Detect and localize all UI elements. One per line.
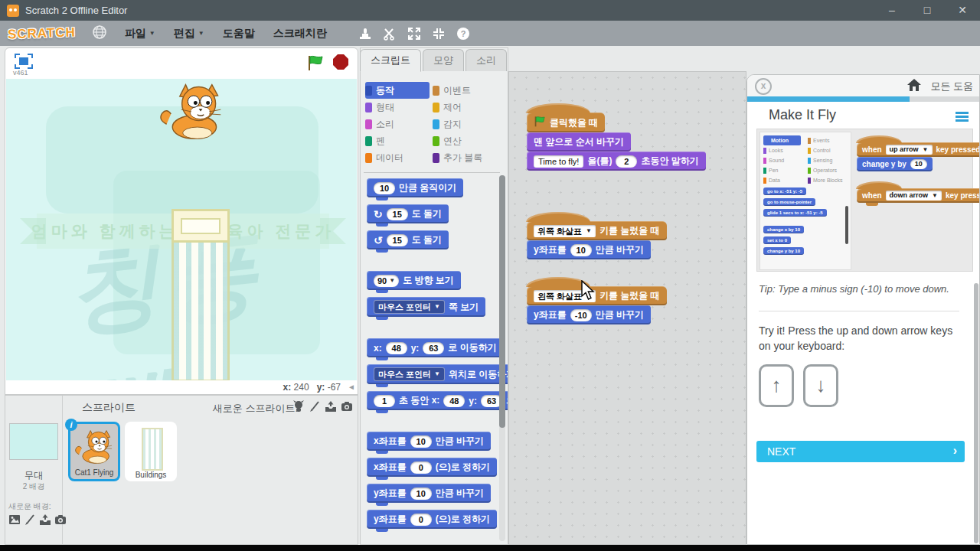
category-연산[interactable]: 연산 [433, 132, 505, 149]
number-input[interactable]: 15 [387, 208, 408, 220]
all-tips-label[interactable]: 모든 도움 [930, 80, 973, 93]
collapse-arrow-icon[interactable]: ◄ [348, 383, 355, 391]
number-input[interactable]: 48 [443, 395, 465, 407]
close-button[interactable]: ✕ [945, 0, 980, 21]
hamburger-menu-icon[interactable] [956, 112, 969, 123]
stack-block[interactable]: y좌표를10만큼 바꾸기 [367, 484, 491, 503]
number-input[interactable]: 10 [410, 487, 432, 500]
stack-block[interactable]: 90▼도 방향 보기 [367, 271, 461, 290]
menu-도움말[interactable]: 도움말 [223, 27, 255, 41]
number-input[interactable]: 10 [570, 244, 592, 256]
scratch-logo[interactable]: SCRATCH [8, 24, 77, 42]
category-제어[interactable]: 제어 [433, 99, 505, 116]
camera-icon[interactable] [341, 400, 353, 416]
number-input[interactable]: 1 [374, 395, 395, 407]
script-stack[interactable]: 왼쪽 화살표▼키를 눌렀을 때y좌표를-10만큼 바꾸기 [527, 277, 667, 324]
buildings-sprite-on-stage[interactable] [172, 209, 230, 380]
number-input[interactable]: 63 [423, 342, 444, 354]
category-동작[interactable]: 동작 [365, 82, 430, 99]
number-input[interactable]: 15 [387, 234, 408, 246]
category-감지[interactable]: 감지 [433, 116, 505, 132]
stack-block[interactable]: 1초 동안 x:48y:63으로 움직이기 [367, 391, 508, 410]
stack-block[interactable]: Time to fly!을(를)2초동안 말하기 [527, 152, 706, 171]
brush-icon[interactable] [24, 514, 36, 529]
stage-selector[interactable]: 무대 2 배경 새로운 배경: [5, 396, 63, 544]
number-input[interactable]: 0 [410, 461, 432, 474]
maximize-button[interactable]: □ [910, 0, 945, 21]
menu-편집[interactable]: 편집 ▼ [174, 27, 204, 41]
number-input[interactable]: 10 [410, 435, 432, 448]
stack-block[interactable]: 마우스 포인터▼위치로 이동하기 [367, 364, 508, 384]
hat-block[interactable]: 클릭했을 때 [527, 112, 605, 132]
category-형태[interactable]: 형태 [365, 99, 433, 116]
dropdown[interactable]: 마우스 포인터▼ [374, 300, 445, 314]
dropdown[interactable]: 위쪽 화살표▼ [534, 225, 596, 237]
cat-sprite-on-stage[interactable] [156, 79, 230, 148]
stack-block[interactable]: x좌표를0(으)로 정하기 [367, 458, 497, 477]
hat-block[interactable]: 위쪽 화살표▼키를 눌렀을 때 [527, 221, 667, 240]
stop-icon[interactable] [333, 54, 348, 70]
stack-block[interactable]: ↻15도 돌기 [367, 204, 449, 223]
category-이벤트[interactable]: 이벤트 [433, 82, 505, 99]
category-추가 블록[interactable]: 추가 블록 [433, 149, 505, 166]
number-input[interactable]: -10 [570, 309, 592, 321]
stamp-icon[interactable] [358, 27, 372, 41]
stack-block[interactable]: x:48y:63로 이동하기 [367, 338, 504, 357]
sprite-tile-buildings[interactable]: Buildings [125, 422, 177, 481]
stack-block[interactable]: y좌표를0(으)로 정하기 [367, 510, 497, 529]
category-펜[interactable]: 펜 [365, 132, 433, 149]
number-dropdown[interactable]: 90▼ [374, 275, 399, 287]
number-input[interactable]: 10 [374, 182, 395, 194]
menu-스크래치란[interactable]: 스크래치란 [273, 27, 327, 41]
dropdown[interactable]: down arrow▼ [886, 191, 942, 201]
minimize-button[interactable]: – [874, 0, 910, 21]
tips-scrollbar[interactable] [974, 283, 978, 543]
stack-block[interactable]: 마우스 포인터▼쪽 보기 [367, 297, 485, 317]
category-데이터[interactable]: 데이터 [365, 149, 433, 166]
stage-canvas[interactable]: 칭풍쌤 엄마와 함께하는 코딩육아 전문가 [6, 79, 357, 380]
shrink-icon[interactable] [432, 27, 446, 41]
hat-block[interactable]: whenup arrow▼key pressed [857, 142, 980, 157]
stack-block[interactable]: ↺15도 돌기 [367, 230, 449, 249]
number-input[interactable]: 2 [616, 155, 637, 168]
tab-모양[interactable]: 모양 [423, 49, 464, 71]
stack-block[interactable]: 맨 앞으로 순서 바꾸기 [527, 132, 631, 152]
number-input[interactable]: 48 [386, 342, 407, 354]
stack-block[interactable]: y좌표를10만큼 바꾸기 [527, 240, 651, 259]
tips-close-icon[interactable]: x [755, 78, 772, 95]
stack-block[interactable]: x좌표를10만큼 바꾸기 [367, 432, 491, 451]
menu-파일[interactable]: 파일 ▼ [125, 27, 155, 41]
tab-스크립트[interactable]: 스크립트 [360, 49, 421, 72]
stage-thumbnail[interactable] [9, 423, 58, 460]
hat-block[interactable]: whendown arrow▼key pressed [857, 188, 980, 203]
stack-block[interactable]: 10만큼 움직이기 [367, 178, 463, 197]
sprite-tile-cat1-flying[interactable]: iCat1 Flying [68, 422, 120, 481]
number-input[interactable]: 10 [910, 159, 927, 169]
hat-block[interactable]: 왼쪽 화살표▼키를 눌렀을 때 [527, 286, 667, 305]
help-icon[interactable]: ? [456, 27, 470, 41]
upload-icon[interactable] [325, 400, 337, 416]
upload-icon[interactable] [39, 514, 51, 529]
palette-scrollbar[interactable] [499, 175, 505, 541]
grow-icon[interactable] [407, 27, 421, 41]
scissors-icon[interactable] [383, 27, 397, 41]
language-globe-icon[interactable] [93, 25, 106, 42]
home-icon[interactable] [907, 79, 921, 94]
library-icon[interactable] [292, 400, 305, 416]
fullscreen-icon[interactable] [15, 54, 33, 69]
tutorial-category-Motion: Motion [763, 135, 801, 145]
dropdown[interactable]: 마우스 포인터▼ [374, 367, 445, 381]
next-button[interactable]: NEXT › [756, 441, 965, 462]
number-input[interactable]: 0 [410, 514, 432, 526]
dropdown[interactable]: up arrow▼ [886, 145, 933, 155]
stack-block[interactable]: y좌표를-10만큼 바꾸기 [527, 305, 651, 324]
script-stack[interactable]: 클릭했을 때맨 앞으로 순서 바꾸기Time to fly!을(를)2초동안 말… [527, 103, 706, 171]
brush-icon[interactable] [309, 400, 321, 416]
stack-block[interactable]: change y by10 [857, 157, 933, 171]
category-소리[interactable]: 소리 [365, 116, 433, 132]
image-icon[interactable] [8, 514, 21, 529]
script-stack[interactable]: 위쪽 화살표▼키를 눌렀을 때y좌표를10만큼 바꾸기 [527, 212, 667, 259]
text-input[interactable]: Time to fly! [534, 155, 583, 168]
green-flag-icon[interactable] [307, 54, 324, 74]
tab-소리[interactable]: 소리 [466, 49, 507, 71]
